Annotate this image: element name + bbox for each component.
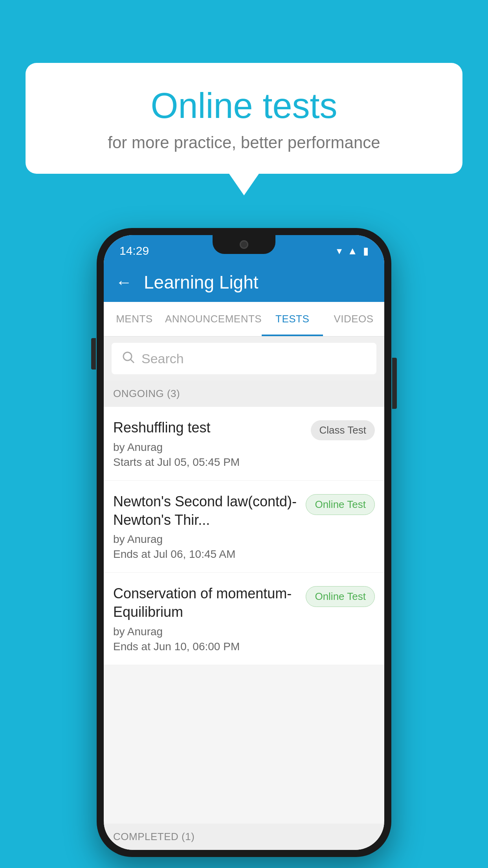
test-date-3: Ends at Jun 10, 06:00 PM	[113, 640, 299, 653]
speech-bubble-title: Online tests	[45, 86, 443, 125]
camera-dot	[240, 240, 248, 249]
test-name-1: Reshuffling test	[113, 419, 305, 437]
speech-bubble: Online tests for more practice, better p…	[26, 63, 462, 174]
app-title: Learning Light	[144, 272, 259, 293]
search-container: Search	[104, 337, 384, 381]
test-badge-2: Online Test	[306, 494, 375, 515]
phone-notch	[213, 235, 275, 254]
phone-outer: 14:29 ▾ ▲ ▮ ← Learning Light MENTS ANNOU…	[97, 228, 391, 857]
completed-section-header: COMPLETED (1)	[104, 824, 384, 850]
test-info-1: Reshuffling test by Anurag Starts at Jul…	[113, 419, 305, 469]
search-placeholder: Search	[141, 351, 184, 366]
test-item-3[interactable]: Conservation of momentum-Equilibrium by …	[104, 573, 384, 665]
tab-announcements[interactable]: ANNOUNCEMENTS	[165, 302, 262, 336]
test-item-1[interactable]: Reshuffling test by Anurag Starts at Jul…	[104, 407, 384, 481]
status-time: 14:29	[119, 244, 149, 257]
phone-screen: 14:29 ▾ ▲ ▮ ← Learning Light MENTS ANNOU…	[104, 235, 384, 850]
search-bar[interactable]: Search	[112, 343, 376, 374]
battery-icon: ▮	[363, 245, 369, 257]
back-button[interactable]: ←	[116, 273, 132, 292]
test-date-1: Starts at Jul 05, 05:45 PM	[113, 456, 305, 469]
test-date-2: Ends at Jul 06, 10:45 AM	[113, 548, 299, 561]
test-info-3: Conservation of momentum-Equilibrium by …	[113, 585, 299, 653]
search-icon	[121, 350, 135, 368]
app-bar: ← Learning Light	[104, 263, 384, 302]
test-name-2: Newton's Second law(contd)-Newton's Thir…	[113, 493, 299, 530]
svg-line-1	[131, 359, 134, 362]
test-list: Reshuffling test by Anurag Starts at Jul…	[104, 407, 384, 665]
test-badge-1: Class Test	[311, 420, 375, 440]
tabs-bar: MENTS ANNOUNCEMENTS TESTS VIDEOS	[104, 302, 384, 337]
ongoing-section-header: ONGOING (3)	[104, 381, 384, 407]
tab-videos[interactable]: VIDEOS	[323, 302, 384, 336]
speech-bubble-subtitle: for more practice, better performance	[45, 133, 443, 152]
test-info-2: Newton's Second law(contd)-Newton's Thir…	[113, 493, 299, 561]
test-name-3: Conservation of momentum-Equilibrium	[113, 585, 299, 622]
test-author-1: by Anurag	[113, 441, 305, 454]
status-icons: ▾ ▲ ▮	[337, 245, 369, 257]
test-item-2[interactable]: Newton's Second law(contd)-Newton's Thir…	[104, 481, 384, 573]
test-author-3: by Anurag	[113, 625, 299, 638]
tab-tests[interactable]: TESTS	[262, 302, 323, 336]
wifi-icon: ▾	[337, 245, 342, 257]
phone-mockup: 14:29 ▾ ▲ ▮ ← Learning Light MENTS ANNOU…	[97, 228, 391, 857]
signal-icon: ▲	[347, 245, 358, 257]
tab-ments[interactable]: MENTS	[104, 302, 165, 336]
test-badge-3: Online Test	[306, 586, 375, 607]
test-author-2: by Anurag	[113, 533, 299, 546]
svg-point-0	[123, 352, 132, 360]
